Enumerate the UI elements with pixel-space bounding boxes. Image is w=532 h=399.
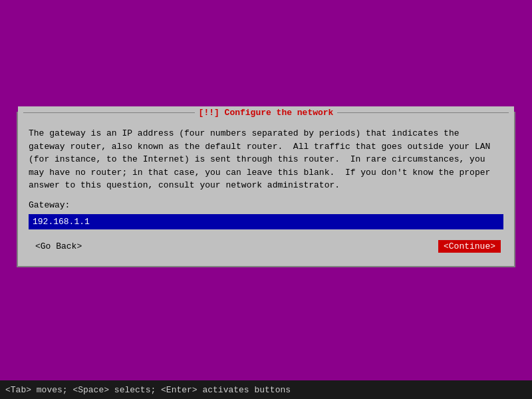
continue-button[interactable]: <Continue> (438, 240, 501, 253)
description-text: The gateway is an IP address (four numbe… (29, 127, 503, 192)
title-dash-right (337, 112, 509, 113)
dialog-content: The gateway is an IP address (four numbe… (18, 119, 514, 266)
gateway-input-wrapper[interactable] (29, 214, 503, 229)
gateway-input[interactable] (33, 217, 499, 227)
buttons-row: <Go Back> <Continue> (29, 240, 503, 253)
dialog-titlebar: [!!] Configure the network (18, 106, 514, 119)
statusbar: <Tab> moves; <Space> selects; <Enter> ac… (0, 380, 532, 399)
title-dash-left (23, 112, 195, 113)
screen: [!!] Configure the network The gateway i… (0, 0, 532, 399)
statusbar-text: <Tab> moves; <Space> selects; <Enter> ac… (5, 385, 291, 395)
gateway-label: Gateway: (29, 200, 503, 210)
go-back-button[interactable]: <Go Back> (31, 240, 86, 253)
dialog-title: [!!] Configure the network (195, 108, 338, 118)
dialog: [!!] Configure the network The gateway i… (17, 112, 515, 267)
